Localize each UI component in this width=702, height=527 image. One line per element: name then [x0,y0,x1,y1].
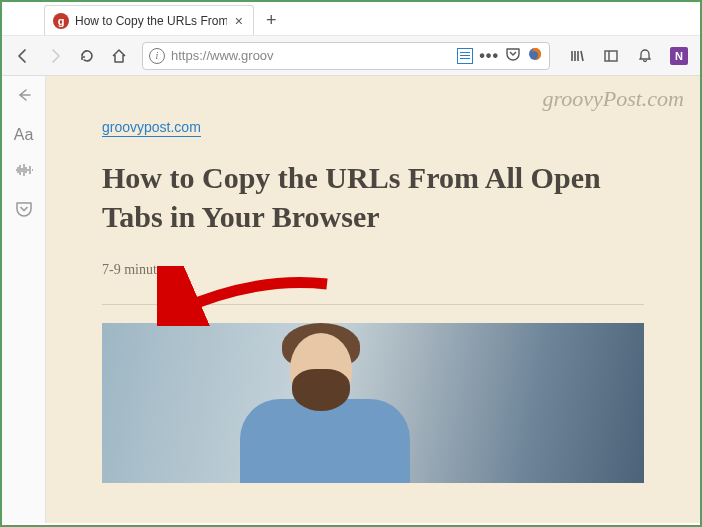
content-area: Aa groovyPost.com groovypost.com How to … [2,76,700,523]
forward-icon [47,48,63,64]
save-pocket-icon [15,200,33,218]
url-bar[interactable]: i https://www.groov ••• [142,42,550,70]
home-button[interactable] [104,41,134,71]
titlebar: g How to Copy the URLs From All × + [2,2,700,36]
narrate-icon [14,162,34,178]
tab-title: How to Copy the URLs From All [75,14,227,28]
library-button[interactable] [562,41,592,71]
sidebars-button[interactable] [596,41,626,71]
hero-image [102,323,644,483]
divider [102,304,644,305]
article-source-link[interactable]: groovypost.com [102,119,201,137]
firefox-icon[interactable] [527,46,543,66]
close-tab-icon[interactable]: × [233,13,245,29]
article-title: How to Copy the URLs From All Open Tabs … [102,158,644,236]
close-reader-icon [15,86,33,104]
narrate-button[interactable] [14,162,34,182]
url-text: https://www.groov [171,48,451,63]
forward-button [40,41,70,71]
back-button[interactable] [8,41,38,71]
reader-sidebar: Aa [2,76,46,523]
reader-content: groovyPost.com groovypost.com How to Cop… [46,76,700,523]
save-pocket-button[interactable] [15,200,33,222]
type-controls-button[interactable]: Aa [14,126,34,144]
library-icon [569,48,585,64]
hero-person [210,323,410,483]
home-icon [111,48,127,64]
reader-view-icon[interactable] [457,48,473,64]
reload-button[interactable] [72,41,102,71]
toolbar-right: N L [562,41,694,71]
onenote-button[interactable]: N [664,41,694,71]
onenote-icon: N [670,47,688,65]
tab-favicon: g [53,13,69,29]
browser-tab[interactable]: g How to Copy the URLs From All × [44,5,254,35]
reload-icon [79,48,95,64]
notifications-button[interactable] [630,41,660,71]
read-time: 7-9 minutes [102,262,644,278]
site-info-icon[interactable]: i [149,48,165,64]
new-tab-button[interactable]: + [266,10,277,31]
back-icon [15,48,31,64]
sidebars-icon [603,48,619,64]
page-actions-icon[interactable]: ••• [479,47,499,65]
svg-rect-1 [605,51,617,61]
pocket-urlbar-icon[interactable] [505,46,521,66]
bell-icon [637,48,653,64]
nav-toolbar: i https://www.groov ••• N L [2,36,700,76]
close-reader-button[interactable] [15,86,33,108]
watermark: groovyPost.com [542,86,684,112]
